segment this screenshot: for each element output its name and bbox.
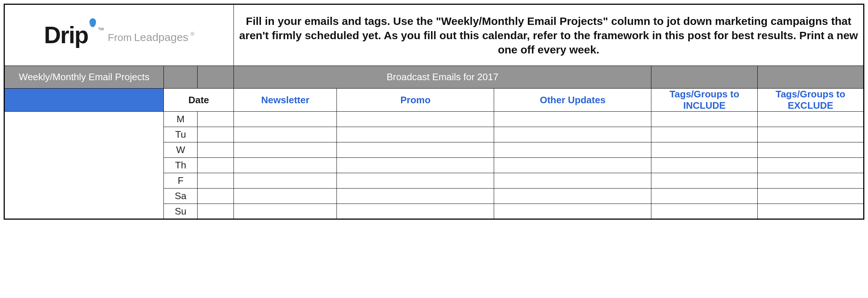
other-cell[interactable] bbox=[494, 112, 651, 127]
exclude-cell[interactable] bbox=[758, 204, 864, 219]
promo-cell[interactable] bbox=[337, 204, 494, 219]
other-cell[interactable] bbox=[494, 173, 651, 189]
logo-brand: Leadpages bbox=[134, 31, 188, 44]
exclude-cell[interactable] bbox=[758, 158, 864, 173]
exclude-cell[interactable] bbox=[758, 142, 864, 158]
include-cell[interactable] bbox=[651, 189, 758, 204]
promo-cell[interactable] bbox=[337, 158, 494, 173]
logo-cell: Drip™ From Leadpages® bbox=[4, 4, 234, 66]
logo-reg: ® bbox=[191, 31, 194, 37]
newsletter-cell[interactable] bbox=[234, 142, 337, 158]
promo-cell[interactable] bbox=[337, 173, 494, 189]
promo-cell[interactable] bbox=[337, 142, 494, 158]
date-cell[interactable] bbox=[198, 127, 234, 142]
day-label: W bbox=[164, 142, 198, 158]
newsletter-cell[interactable] bbox=[234, 204, 337, 219]
day-label: M bbox=[164, 112, 198, 127]
header-exclude-blank bbox=[758, 66, 864, 89]
logo-from: From bbox=[108, 32, 132, 44]
drip-logo: Drip™ From Leadpages® bbox=[40, 16, 198, 54]
newsletter-cell[interactable] bbox=[234, 173, 337, 189]
include-cell[interactable] bbox=[651, 142, 758, 158]
promo-cell[interactable] bbox=[337, 189, 494, 204]
exclude-cell[interactable] bbox=[758, 173, 864, 189]
include-cell[interactable] bbox=[651, 173, 758, 189]
date-cell[interactable] bbox=[198, 204, 234, 219]
day-label: F bbox=[164, 173, 198, 189]
header-projects: Weekly/Monthly Email Projects bbox=[4, 66, 164, 89]
promo-cell[interactable] bbox=[337, 112, 494, 127]
date-cell[interactable] bbox=[198, 158, 234, 173]
include-cell[interactable] bbox=[651, 204, 758, 219]
header-day-blank bbox=[164, 66, 198, 89]
projects-body[interactable] bbox=[4, 112, 164, 219]
header-include: Tags/Groups to INCLUDE bbox=[651, 89, 758, 112]
other-cell[interactable] bbox=[494, 127, 651, 142]
newsletter-cell[interactable] bbox=[234, 127, 337, 142]
include-cell[interactable] bbox=[651, 127, 758, 142]
include-cell[interactable] bbox=[651, 112, 758, 127]
exclude-cell[interactable] bbox=[758, 127, 864, 142]
calendar-table: Drip™ From Leadpages® Fill in your email… bbox=[4, 4, 864, 220]
day-label: Su bbox=[164, 204, 198, 219]
logo-text: Drip bbox=[44, 23, 88, 47]
other-cell[interactable] bbox=[494, 189, 651, 204]
newsletter-cell[interactable] bbox=[234, 189, 337, 204]
day-label: Tu bbox=[164, 127, 198, 142]
logo-tm: ™ bbox=[98, 26, 104, 34]
day-label: Th bbox=[164, 158, 198, 173]
day-label: Sa bbox=[164, 189, 198, 204]
header-date: Date bbox=[164, 89, 234, 112]
header-exclude: Tags/Groups to EXCLUDE bbox=[758, 89, 864, 112]
header-newsletter: Newsletter bbox=[234, 89, 337, 112]
date-cell[interactable] bbox=[198, 112, 234, 127]
promo-cell[interactable] bbox=[337, 127, 494, 142]
blue-cell-projects bbox=[4, 89, 164, 112]
drop-icon bbox=[89, 18, 96, 27]
header-include-blank bbox=[651, 66, 758, 89]
date-cell[interactable] bbox=[198, 173, 234, 189]
header-promo: Promo bbox=[337, 89, 494, 112]
header-broadcast: Broadcast Emails for 2017 bbox=[234, 66, 651, 89]
instructions-text: Fill in your emails and tags. Use the "W… bbox=[234, 4, 864, 66]
date-cell[interactable] bbox=[198, 189, 234, 204]
include-cell[interactable] bbox=[651, 158, 758, 173]
other-cell[interactable] bbox=[494, 204, 651, 219]
other-cell[interactable] bbox=[494, 158, 651, 173]
other-cell[interactable] bbox=[494, 142, 651, 158]
header-other: Other Updates bbox=[494, 89, 651, 112]
header-date-blank bbox=[198, 66, 234, 89]
newsletter-cell[interactable] bbox=[234, 158, 337, 173]
date-cell[interactable] bbox=[198, 142, 234, 158]
exclude-cell[interactable] bbox=[758, 112, 864, 127]
newsletter-cell[interactable] bbox=[234, 112, 337, 127]
exclude-cell[interactable] bbox=[758, 189, 864, 204]
